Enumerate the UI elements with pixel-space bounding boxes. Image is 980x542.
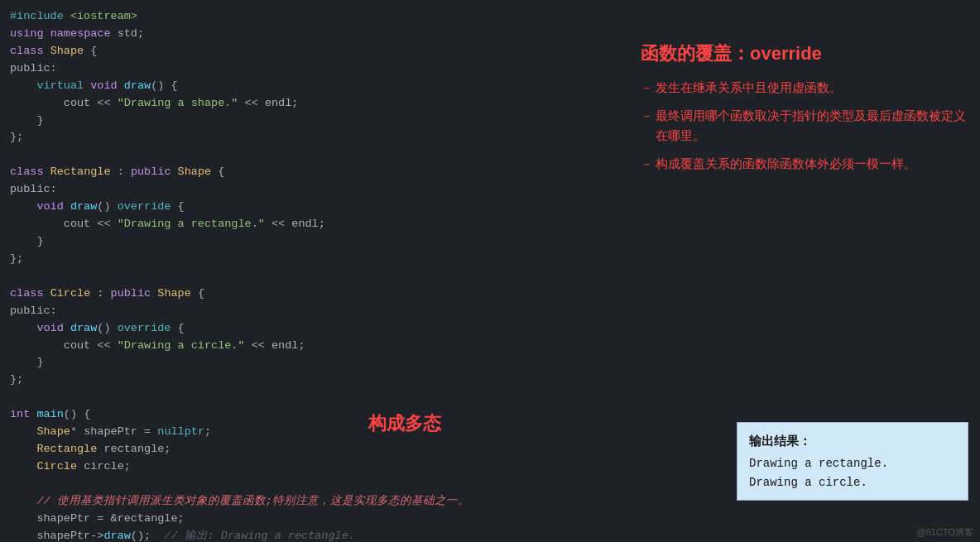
output-title: 输出结果： [749, 431, 956, 451]
annotation-bullet-2: 最终调用哪个函数取决于指针的类型及最后虚函数被定义在哪里。 [641, 106, 968, 146]
chengduotai-label: 构成多态 [368, 411, 441, 436]
code-area: #include <iostream> using namespace std;… [0, 0, 629, 542]
code-block: #include <iostream> using namespace std;… [10, 8, 619, 542]
output-line-1: Drawing a rectangle. [749, 454, 956, 472]
output-box: 输出结果： Drawing a rectangle. Drawing a cir… [737, 422, 968, 501]
annotation-list: 发生在继承关系中且使用虚函数。 最终调用哪个函数取决于指针的类型及最后虚函数被定… [641, 78, 968, 174]
annotation-bullet-3: 构成覆盖关系的函数除函数体外必须一模一样。 [641, 154, 968, 174]
watermark: @51CTO博客 [917, 526, 973, 539]
annotation-title: 函数的覆盖：override [641, 41, 968, 66]
annotation-bullet-1: 发生在继承关系中且使用虚函数。 [641, 78, 968, 98]
annotation-area: 函数的覆盖：override 发生在继承关系中且使用虚函数。 最终调用哪个函数取… [629, 0, 980, 542]
output-line-2: Drawing a circle. [749, 473, 956, 492]
